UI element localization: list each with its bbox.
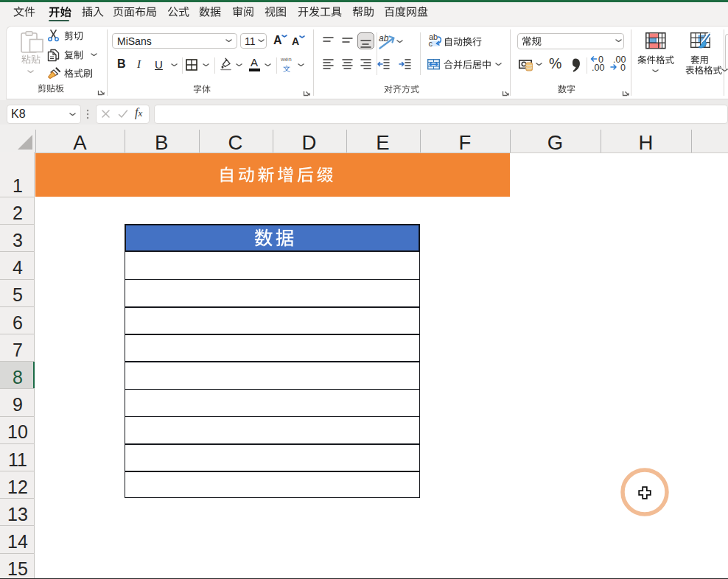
svg-text:c: c xyxy=(429,39,433,47)
svg-text:0: 0 xyxy=(620,63,626,72)
svg-text:.00: .00 xyxy=(592,63,604,72)
